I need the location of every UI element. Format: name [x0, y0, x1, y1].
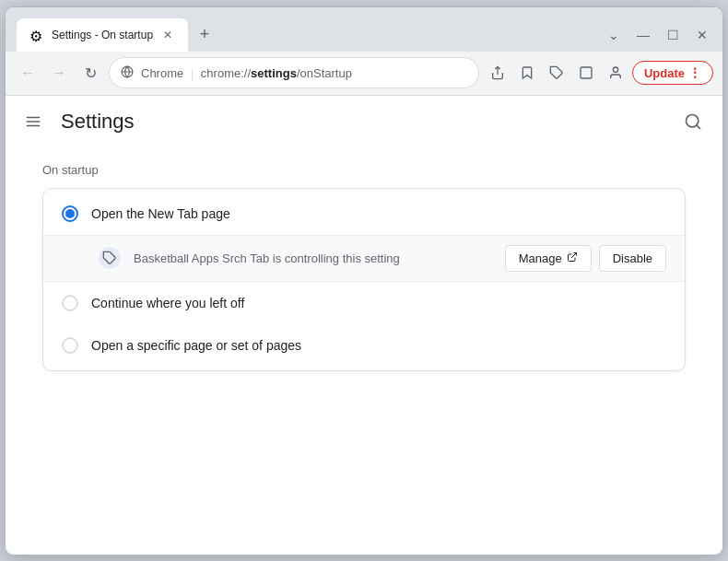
- option-continue-label: Continue where you left off: [91, 296, 666, 310]
- hamburger-menu-button[interactable]: [20, 109, 46, 134]
- minimize-button[interactable]: —: [634, 26, 652, 44]
- manage-button[interactable]: Manage: [505, 245, 592, 272]
- manage-label: Manage: [519, 251, 562, 265]
- reload-button[interactable]: ↻: [77, 60, 103, 86]
- option-new-tab-label: Open the New Tab page: [91, 206, 666, 221]
- close-button[interactable]: ✕: [693, 26, 711, 44]
- settings-header: Settings: [6, 96, 722, 145]
- active-tab[interactable]: ⚙ Settings - On startup ✕: [17, 18, 188, 52]
- secure-icon: [121, 65, 134, 81]
- back-button[interactable]: ←: [15, 60, 41, 86]
- option-specific[interactable]: Open a specific page or set of pages: [43, 324, 685, 367]
- extension-controlling-text: Basketball Apps Srch Tab is controlling …: [134, 251, 492, 265]
- bookmark-icon[interactable]: [514, 60, 540, 86]
- external-link-icon: [567, 251, 578, 265]
- address-rest: /onStartup: [297, 66, 352, 80]
- title-bar: ⚙ Settings - On startup ✕ + ⌄ — ☐ ✕: [6, 7, 722, 52]
- radio-inner: [65, 209, 75, 218]
- disable-button[interactable]: Disable: [599, 245, 666, 272]
- tab-close-button[interactable]: ✕: [160, 28, 175, 42]
- option-new-tab[interactable]: Open the New Tab page: [43, 193, 685, 235]
- search-settings-button[interactable]: [678, 107, 708, 136]
- update-label: Update: [644, 66, 685, 80]
- tab-search-icon[interactable]: [573, 60, 599, 86]
- svg-rect-3: [581, 67, 592, 78]
- new-tab-button[interactable]: +: [192, 22, 217, 48]
- profile-icon[interactable]: [603, 60, 628, 86]
- section-label: On startup: [42, 163, 686, 177]
- extension-control-row: Basketball Apps Srch Tab is controlling …: [43, 235, 685, 282]
- page-content: Settings On startup Open the New Tab pag…: [6, 96, 722, 555]
- radio-new-tab[interactable]: [62, 205, 78, 222]
- share-icon[interactable]: [485, 60, 511, 86]
- address-chrome-label: Chrome: [141, 66, 183, 80]
- address-scheme: chrome://: [201, 66, 251, 80]
- browser-toolbar: ← → ↻ Chrome | chrome://settings/onStart…: [6, 52, 722, 96]
- options-card: Open the New Tab page Basketball Apps Sr…: [42, 188, 686, 371]
- tab-title: Settings - On startup: [52, 29, 153, 41]
- forward-button[interactable]: →: [46, 60, 72, 86]
- extensions-icon[interactable]: [544, 60, 569, 86]
- radio-continue[interactable]: [62, 295, 78, 311]
- update-menu-icon: ⋮: [688, 65, 701, 80]
- maximize-button[interactable]: ☐: [663, 26, 682, 44]
- address-url: chrome://settings/onStartup: [201, 66, 352, 80]
- toolbar-actions: Update ⋮: [485, 60, 713, 86]
- option-continue[interactable]: Continue where you left off: [43, 282, 685, 324]
- address-bar[interactable]: Chrome | chrome://settings/onStartup: [109, 57, 479, 88]
- svg-line-8: [697, 124, 700, 128]
- address-path: settings: [251, 66, 297, 80]
- sub-actions: Manage Disable: [505, 245, 666, 272]
- extension-icon: [99, 247, 121, 269]
- radio-specific[interactable]: [62, 337, 78, 354]
- browser-window: ⚙ Settings - On startup ✕ + ⌄ — ☐ ✕ ← → …: [5, 6, 723, 555]
- update-button[interactable]: Update ⋮: [632, 61, 713, 85]
- chevron-icon[interactable]: ⌄: [605, 26, 623, 44]
- tab-favicon: ⚙: [29, 28, 44, 42]
- settings-body: On startup Open the New Tab page: [6, 145, 722, 390]
- window-controls: ⌄ — ☐ ✕: [605, 26, 711, 44]
- option-specific-label: Open a specific page or set of pages: [91, 338, 666, 353]
- address-text: Chrome | chrome://settings/onStartup: [141, 66, 352, 80]
- page-title: Settings: [61, 110, 663, 134]
